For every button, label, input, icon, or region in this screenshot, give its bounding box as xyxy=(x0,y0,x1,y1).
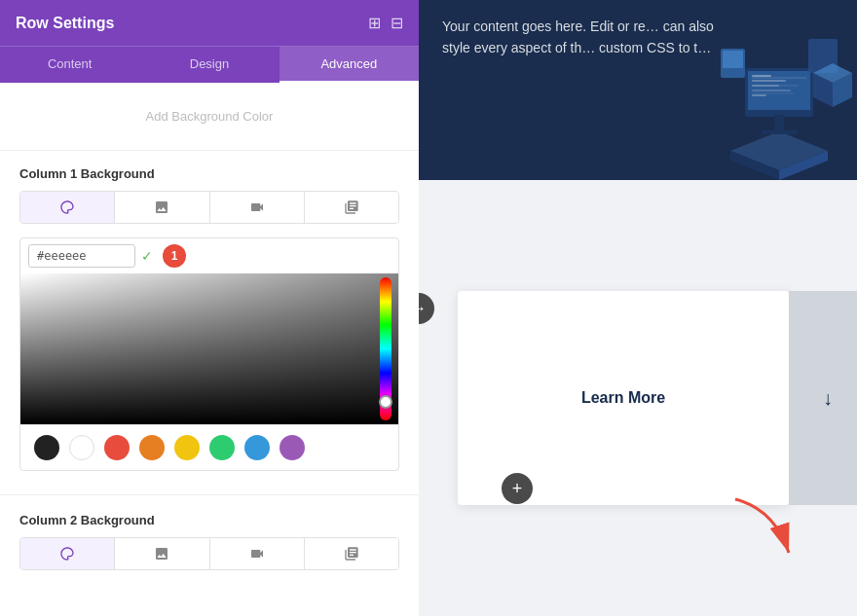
red-arrow-indicator xyxy=(726,489,803,567)
col2-bg-tab-slideshow[interactable] xyxy=(305,538,398,569)
expand-icon[interactable]: ⊞ xyxy=(368,14,381,32)
column2-bg-type-tabs xyxy=(19,537,399,570)
arrow-down-box: ↓ xyxy=(789,291,857,505)
svg-rect-16 xyxy=(752,90,791,91)
column1-title: Column 1 Background xyxy=(19,166,399,181)
svg-rect-14 xyxy=(752,80,786,82)
resize-icon: ↔ xyxy=(419,300,427,317)
svg-rect-15 xyxy=(752,85,779,87)
color-picker: ✓ 1 xyxy=(19,237,399,471)
col2-bg-tab-video[interactable] xyxy=(210,538,305,569)
hue-slider[interactable] xyxy=(373,273,398,424)
swatch-row xyxy=(20,424,398,470)
col2-bg-tab-image[interactable] xyxy=(115,538,209,569)
col2-bg-tab-color[interactable] xyxy=(20,538,115,569)
isometric-illustration xyxy=(701,0,857,180)
add-row-button[interactable]: + xyxy=(502,473,533,504)
header-icons: ⊞ ⊟ xyxy=(368,14,403,32)
bg-color-section: Add Background Color xyxy=(0,83,419,151)
swatch-blue[interactable] xyxy=(244,435,270,460)
swatch-orange[interactable] xyxy=(139,435,165,460)
swatch-purple[interactable] xyxy=(279,435,305,460)
right-top: Your content goes here. Edit or re… can … xyxy=(419,0,857,180)
arrow-down-icon: ↓ xyxy=(823,387,833,410)
bg-tab-color[interactable] xyxy=(20,192,115,223)
swatch-black[interactable] xyxy=(34,435,59,460)
picker-row xyxy=(20,273,398,424)
svg-rect-8 xyxy=(774,115,784,132)
hue-handle[interactable] xyxy=(379,395,392,409)
tab-design[interactable]: Design xyxy=(139,47,279,83)
column2-title: Column 2 Background xyxy=(19,513,399,527)
gradient-canvas[interactable] xyxy=(20,273,398,424)
column1-section: Column 1 Background xyxy=(0,151,419,490)
section-divider xyxy=(0,494,419,495)
svg-rect-9 xyxy=(762,130,797,134)
swatch-green[interactable] xyxy=(209,435,235,460)
hue-track[interactable] xyxy=(380,277,391,420)
panel-content: Add Background Color Column 1 Background xyxy=(0,83,419,616)
columns-icon[interactable]: ⊟ xyxy=(391,14,403,32)
right-top-text: Your content goes here. Edit or re… can … xyxy=(442,16,734,59)
tab-bar: Content Design Advanced xyxy=(0,46,419,83)
svg-rect-11 xyxy=(723,51,743,68)
bg-tab-image[interactable] xyxy=(115,192,209,223)
check-icon[interactable]: ✓ xyxy=(141,248,153,264)
tab-advanced[interactable]: Advanced xyxy=(279,47,419,83)
swatch-white[interactable] xyxy=(69,435,94,460)
swatch-red[interactable] xyxy=(104,435,130,460)
hex-input[interactable] xyxy=(28,244,135,268)
color-input-row: ✓ 1 xyxy=(20,238,398,273)
panel-header: Row Settings ⊞ ⊟ xyxy=(0,0,419,46)
bg-tab-slideshow[interactable] xyxy=(305,192,398,223)
tab-content[interactable]: Content xyxy=(0,47,139,83)
step-badge: 1 xyxy=(163,244,186,268)
column2-section: Column 2 Background xyxy=(0,499,419,594)
add-bg-color-label: Add Background Color xyxy=(146,109,274,124)
swatch-yellow[interactable] xyxy=(174,435,200,460)
left-panel: Row Settings ⊞ ⊟ Content Design Advanced… xyxy=(0,0,419,616)
right-panel: Your content goes here. Edit or re… can … xyxy=(419,0,857,616)
plus-icon: + xyxy=(512,479,523,499)
column1-bg-type-tabs xyxy=(19,191,399,224)
content-card: Learn More ↓ xyxy=(458,291,789,505)
svg-rect-13 xyxy=(752,75,771,77)
bg-tab-video[interactable] xyxy=(210,192,305,223)
svg-rect-17 xyxy=(752,94,766,96)
learn-more-button[interactable]: Learn More xyxy=(581,389,665,407)
panel-title: Row Settings xyxy=(16,15,114,32)
right-bottom: Learn More ↓ + xyxy=(419,180,857,616)
